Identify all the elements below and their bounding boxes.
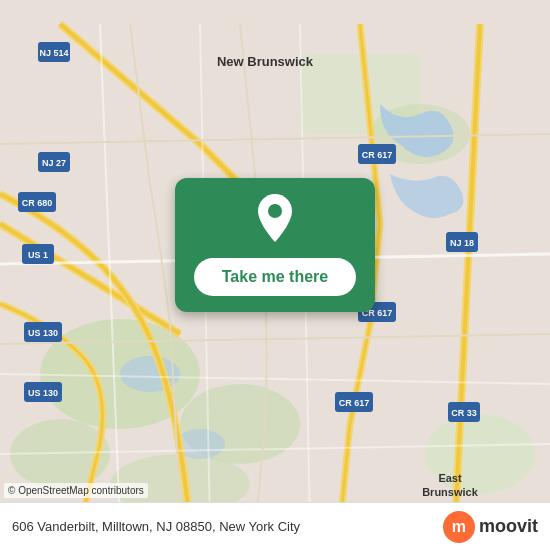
- svg-text:US 130: US 130: [28, 328, 58, 338]
- svg-text:CR 617: CR 617: [339, 398, 370, 408]
- svg-text:CR 33: CR 33: [451, 408, 477, 418]
- svg-point-35: [268, 204, 282, 218]
- osm-attribution: © OpenStreetMap contributors: [4, 483, 148, 498]
- address-text: 606 Vanderbilt, Milltown, NJ 08850, New …: [12, 519, 300, 534]
- moovit-logo: m moovit: [443, 511, 538, 543]
- svg-text:New Brunswick: New Brunswick: [217, 54, 314, 69]
- take-me-there-button[interactable]: Take me there: [194, 258, 356, 296]
- map-container: NJ 27 NJ 514 US 1 CR 680 CR 617 CR 617 C…: [0, 0, 550, 550]
- svg-point-8: [120, 356, 180, 392]
- bottom-bar: 606 Vanderbilt, Milltown, NJ 08850, New …: [0, 502, 550, 550]
- svg-text:East: East: [438, 472, 462, 484]
- svg-text:US 130: US 130: [28, 388, 58, 398]
- svg-text:Brunswick: Brunswick: [422, 486, 479, 498]
- svg-text:NJ 18: NJ 18: [450, 238, 474, 248]
- svg-text:US 1: US 1: [28, 250, 48, 260]
- svg-text:NJ 514: NJ 514: [39, 48, 68, 58]
- svg-text:NJ 27: NJ 27: [42, 158, 66, 168]
- moovit-icon: m: [443, 511, 475, 543]
- svg-text:CR 680: CR 680: [22, 198, 53, 208]
- location-pin-icon: [251, 198, 299, 246]
- svg-text:CR 617: CR 617: [362, 150, 393, 160]
- action-card: Take me there: [175, 178, 375, 312]
- moovit-text: moovit: [479, 516, 538, 537]
